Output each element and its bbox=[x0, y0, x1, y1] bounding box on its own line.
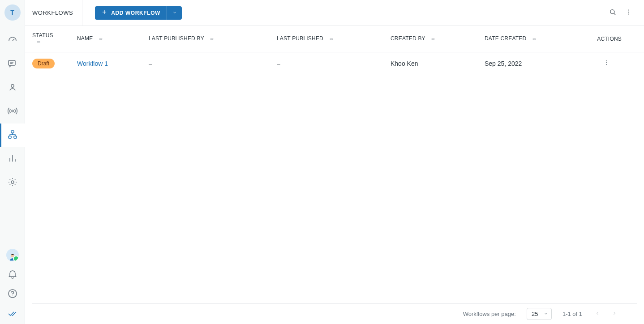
cell-date-created: Sep 25, 2022 bbox=[477, 52, 582, 75]
workflow-link[interactable]: Workflow 1 bbox=[77, 60, 108, 67]
next-page-button[interactable] bbox=[610, 310, 619, 319]
col-created-by[interactable]: CREATED BY bbox=[383, 26, 477, 52]
col-status[interactable]: STATUS bbox=[25, 26, 70, 52]
workflows-table: STATUS NAME LAST PUBLISHED BY LAST bbox=[25, 26, 644, 75]
col-lpb-label: LAST PUBLISHED BY bbox=[149, 35, 204, 42]
plus-icon bbox=[101, 9, 111, 17]
sort-icon bbox=[208, 35, 215, 43]
svg-point-17 bbox=[606, 64, 607, 65]
svg-rect-4 bbox=[9, 136, 11, 138]
double-check-icon bbox=[7, 308, 18, 320]
svg-point-2 bbox=[12, 110, 13, 112]
nav-secondary bbox=[0, 245, 25, 324]
pager-nav bbox=[593, 310, 619, 319]
nav-read-all[interactable] bbox=[0, 304, 25, 324]
sidebar: T bbox=[0, 0, 25, 324]
cell-last-published: – bbox=[270, 52, 383, 75]
col-actions-label: ACTIONS bbox=[597, 36, 622, 42]
topbar: WORKFLOWS ADD WORKFLOW bbox=[25, 0, 644, 26]
user-avatar-icon bbox=[6, 249, 19, 261]
svg-rect-5 bbox=[14, 136, 17, 138]
add-workflow-group: ADD WORKFLOW bbox=[95, 6, 182, 20]
col-last-published-by[interactable]: LAST PUBLISHED BY bbox=[142, 26, 270, 52]
nav-primary bbox=[0, 29, 25, 195]
nav-reports[interactable] bbox=[0, 147, 25, 171]
search-icon bbox=[609, 8, 617, 18]
svg-rect-3 bbox=[11, 131, 14, 133]
prev-page-button[interactable] bbox=[593, 310, 602, 319]
col-status-label: STATUS bbox=[32, 32, 53, 38]
svg-point-16 bbox=[606, 62, 607, 63]
sort-icon bbox=[429, 35, 437, 43]
svg-point-10 bbox=[12, 295, 13, 296]
analytics-icon bbox=[7, 153, 18, 166]
workflows-table-wrap: STATUS NAME LAST PUBLISHED BY LAST bbox=[25, 26, 644, 303]
chevron-right-icon bbox=[612, 311, 617, 317]
svg-rect-0 bbox=[9, 60, 15, 65]
svg-point-13 bbox=[628, 11, 629, 12]
add-workflow-button[interactable]: ADD WORKFLOW bbox=[95, 6, 167, 20]
gauge-icon bbox=[7, 34, 18, 47]
per-page-select[interactable]: 25 bbox=[527, 308, 552, 320]
more-vertical-icon bbox=[625, 8, 633, 18]
svg-point-12 bbox=[628, 9, 629, 10]
table-row: Draft Workflow 1 – – Khoo Ken Sep 25, 20… bbox=[25, 52, 644, 75]
col-name[interactable]: NAME bbox=[70, 26, 142, 52]
nav-notifications[interactable] bbox=[0, 265, 25, 285]
search-button[interactable] bbox=[605, 5, 621, 21]
col-date-created[interactable]: DATE CREATED bbox=[477, 26, 582, 52]
page-range: 1-1 of 1 bbox=[562, 311, 582, 317]
org-avatar[interactable]: T bbox=[4, 4, 21, 21]
svg-point-15 bbox=[606, 60, 607, 61]
svg-point-11 bbox=[610, 9, 614, 13]
sort-icon bbox=[531, 35, 538, 43]
workflows-icon bbox=[7, 129, 18, 142]
col-last-published[interactable]: LAST PUBLISHED bbox=[270, 26, 383, 52]
main: WORKFLOWS ADD WORKFLOW bbox=[25, 0, 644, 324]
more-vertical-icon bbox=[603, 59, 610, 68]
cell-actions bbox=[582, 52, 644, 75]
sort-icon bbox=[35, 38, 42, 46]
col-cb-label: CREATED BY bbox=[391, 35, 425, 42]
nav-dashboard[interactable] bbox=[0, 29, 25, 52]
nav-broadcast[interactable] bbox=[0, 100, 25, 124]
nav-contacts[interactable] bbox=[0, 76, 25, 100]
sort-icon bbox=[328, 35, 335, 43]
per-page-label: Workflows per page: bbox=[463, 311, 516, 317]
col-lp-label: LAST PUBLISHED bbox=[277, 35, 323, 42]
svg-point-1 bbox=[11, 84, 13, 87]
person-icon bbox=[7, 82, 18, 94]
cell-created-by: Khoo Ken bbox=[383, 52, 477, 75]
svg-point-6 bbox=[11, 181, 14, 183]
page-more-button[interactable] bbox=[621, 5, 637, 21]
broadcast-icon bbox=[7, 106, 18, 118]
add-workflow-dropdown[interactable] bbox=[167, 6, 182, 20]
sort-icon bbox=[97, 35, 104, 43]
nav-help[interactable] bbox=[0, 285, 25, 304]
cell-name: Workflow 1 bbox=[70, 52, 142, 75]
col-actions: ACTIONS bbox=[582, 26, 644, 52]
bell-icon bbox=[7, 269, 18, 281]
svg-point-14 bbox=[628, 13, 629, 14]
nav-user[interactable] bbox=[0, 245, 25, 265]
nav-conversations[interactable] bbox=[0, 52, 25, 76]
status-badge: Draft bbox=[32, 59, 55, 68]
page-title: WORKFLOWS bbox=[32, 0, 82, 26]
pagination: Workflows per page: 25 1-1 of 1 bbox=[32, 303, 637, 324]
row-more-button[interactable] bbox=[603, 59, 612, 68]
svg-rect-8 bbox=[11, 254, 13, 255]
nav-settings[interactable] bbox=[0, 171, 25, 195]
comments-icon bbox=[7, 58, 18, 71]
gear-icon bbox=[7, 177, 18, 189]
chevron-left-icon bbox=[595, 311, 600, 317]
cell-status: Draft bbox=[25, 52, 70, 75]
col-name-label: NAME bbox=[77, 35, 93, 42]
help-icon bbox=[7, 288, 18, 301]
per-page-value: 25 bbox=[527, 308, 552, 320]
chevron-down-icon bbox=[172, 9, 177, 16]
col-dc-label: DATE CREATED bbox=[485, 35, 526, 42]
cell-last-published-by: – bbox=[142, 52, 270, 75]
add-workflow-label: ADD WORKFLOW bbox=[111, 10, 160, 16]
nav-workflows[interactable] bbox=[0, 124, 25, 147]
